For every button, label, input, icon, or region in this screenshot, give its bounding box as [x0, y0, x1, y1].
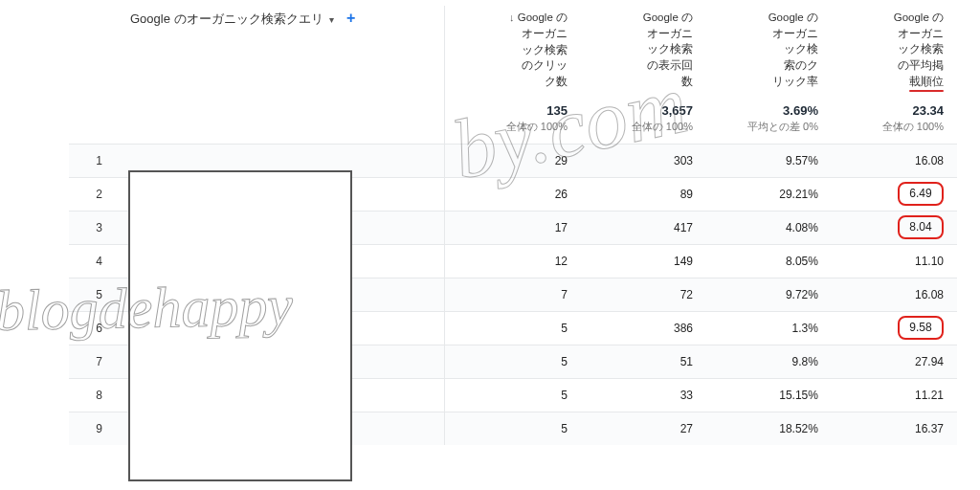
row-impressions: 303	[581, 144, 706, 177]
col-header-position[interactable]: Google の オーガニ ック検索 の平均掲 載順位	[832, 6, 957, 98]
row-index: 6	[69, 311, 116, 345]
row-ctr: 1.3%	[706, 311, 832, 345]
position-header-underline: 載順位	[909, 74, 944, 90]
col-header-clicks[interactable]: ↓ Google の オーガニ ック検索 のクリッ ク数	[456, 6, 581, 98]
row-index: 3	[69, 211, 116, 244]
row-index: 2	[69, 177, 116, 211]
row-clicks: 5	[456, 345, 581, 378]
row-clicks: 12	[456, 244, 581, 278]
position-highlight: 6.49	[898, 182, 944, 206]
dimension-label: Google のオーガニック検索クエリ	[130, 11, 323, 28]
row-clicks: 5	[456, 412, 581, 445]
row-index: 7	[69, 345, 116, 378]
row-impressions: 27	[581, 412, 706, 445]
row-impressions: 386	[581, 311, 706, 345]
row-impressions: 33	[581, 378, 706, 412]
row-impressions: 149	[581, 244, 706, 278]
row-clicks: 17	[456, 211, 581, 244]
row-index: 1	[69, 144, 116, 177]
total-ctr: 3.69% 平均との差 0%	[706, 98, 832, 145]
row-position: 16.37	[832, 412, 957, 445]
row-ctr: 4.08%	[706, 211, 832, 244]
row-position: 27.94	[832, 345, 957, 378]
row-ctr: 15.15%	[706, 378, 832, 412]
row-index: 4	[69, 244, 116, 278]
query-redaction-box	[128, 170, 352, 481]
row-impressions: 89	[581, 177, 706, 211]
row-impressions: 72	[581, 278, 706, 311]
col-header-ctr[interactable]: Google の オーガニ ック検 索のク リック率	[706, 6, 832, 98]
row-ctr: 9.57%	[706, 144, 832, 177]
total-position: 23.34 全体の 100%	[832, 98, 957, 145]
total-impressions: 3,657 全体の 100%	[581, 98, 706, 145]
row-ctr: 29.21%	[706, 177, 832, 211]
row-position: 11.10	[832, 244, 957, 278]
row-clicks: 26	[456, 177, 581, 211]
row-position: 9.58	[832, 311, 957, 345]
row-position: 16.08	[832, 144, 957, 177]
row-clicks: 7	[456, 278, 581, 311]
total-clicks: 135 全体の 100%	[456, 98, 581, 145]
position-highlight: 8.04	[898, 215, 944, 239]
row-index: 5	[69, 278, 116, 311]
row-impressions: 51	[581, 345, 706, 378]
col-header-impressions[interactable]: Google の オーガニ ック検索 の表示回 数	[581, 6, 706, 98]
row-index: 9	[69, 412, 116, 445]
header-row: Google のオーガニック検索クエリ ▾ + ↓ Google の オーガニ …	[69, 6, 957, 98]
sort-descending-icon: ↓	[509, 11, 515, 23]
row-clicks: 5	[456, 378, 581, 412]
row-position: 8.04	[832, 211, 957, 244]
row-position: 6.49	[832, 177, 957, 211]
row-position: 16.08	[832, 278, 957, 311]
row-ctr: 9.72%	[706, 278, 832, 311]
row-impressions: 417	[581, 211, 706, 244]
add-dimension-button[interactable]: +	[346, 10, 355, 26]
dimension-selector[interactable]: Google のオーガニック検索クエリ ▾	[130, 11, 334, 28]
position-highlight: 9.58	[898, 316, 944, 340]
row-clicks: 29	[456, 144, 581, 177]
row-index: 8	[69, 378, 116, 412]
row-position: 11.21	[832, 378, 957, 412]
row-ctr: 18.52%	[706, 412, 832, 445]
row-ctr: 8.05%	[706, 244, 832, 278]
row-ctr: 9.8%	[706, 345, 832, 378]
totals-row: 135 全体の 100% 3,657 全体の 100% 3.69% 平均との差 …	[69, 98, 957, 145]
row-clicks: 5	[456, 311, 581, 345]
chevron-down-icon: ▾	[329, 14, 334, 25]
